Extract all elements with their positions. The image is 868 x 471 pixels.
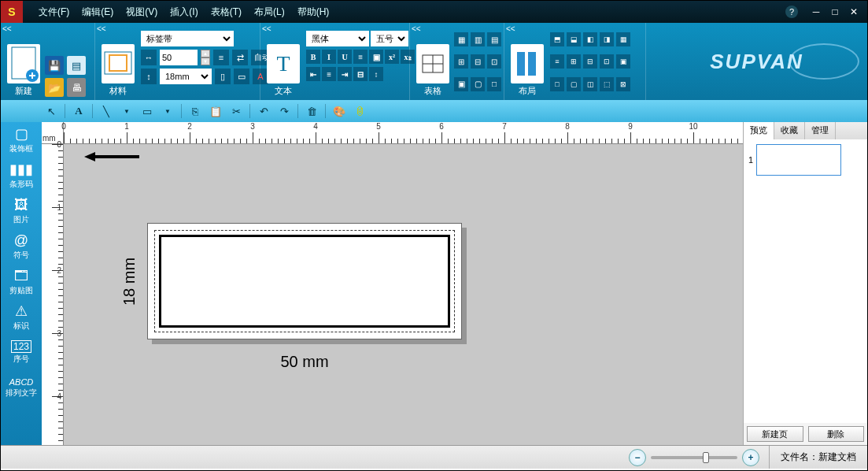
chevron-left-icon[interactable]: << — [412, 24, 421, 33]
material-button[interactable]: 材料 — [102, 26, 135, 97]
link-icon[interactable]: ⇄ — [232, 50, 248, 65]
new-button[interactable]: 新建 — [7, 44, 40, 97]
lay-tool-icon[interactable]: ⊠ — [616, 77, 630, 91]
align-l-button[interactable]: ⇤ — [306, 67, 320, 81]
minimize-button[interactable]: ─ — [809, 6, 823, 18]
lay-tool-icon[interactable]: ⬚ — [600, 77, 614, 91]
tab-favorites[interactable]: 收藏 — [774, 122, 805, 139]
copy-icon[interactable]: ⎘ — [186, 102, 205, 120]
zoom-out-button[interactable]: − — [629, 449, 646, 466]
lay-tool-icon[interactable]: ▣ — [616, 54, 630, 69]
chevron-left-icon[interactable]: << — [506, 24, 515, 33]
sidebar-mark[interactable]: ⚠标识 — [1, 299, 42, 335]
valign-button[interactable]: ⊟ — [353, 67, 368, 81]
delete-page-button[interactable]: 删除 — [808, 426, 865, 442]
delete-icon[interactable]: 🗑 — [302, 102, 321, 120]
lay-tool-icon[interactable]: ⊞ — [567, 54, 581, 69]
close-button[interactable]: ✕ — [847, 6, 861, 18]
lay-tool-icon[interactable]: ⬒ — [550, 32, 564, 46]
tape-type-select[interactable]: 标签带 — [141, 31, 234, 46]
width-down[interactable]: ▼ — [201, 57, 210, 65]
lay-tool-icon[interactable]: ≡ — [550, 54, 564, 69]
dropdown-icon[interactable]: ▼ — [158, 102, 177, 120]
tbl-tool-icon[interactable]: ⊡ — [487, 54, 501, 69]
table-button[interactable]: 表格 — [416, 26, 449, 97]
canvas-area[interactable]: mm 01234567891011 012345 18 mm 50 mm — [42, 122, 743, 445]
page-icon[interactable]: ▤ — [67, 56, 86, 75]
pointer-tool-icon[interactable]: ↖ — [42, 102, 61, 120]
font-size-select[interactable]: 五号 — [371, 31, 408, 46]
rect-tool-icon[interactable]: ▭ — [138, 102, 157, 120]
sidebar-image[interactable]: 🖼图片 — [1, 193, 42, 228]
lay-tool-icon[interactable]: ◧ — [583, 32, 597, 46]
width-input[interactable] — [160, 50, 198, 65]
open-icon[interactable]: 📂 — [45, 78, 64, 97]
zoom-handle[interactable] — [703, 452, 709, 463]
align-c-button[interactable]: ≡ — [322, 67, 336, 81]
super-button[interactable]: x² — [385, 50, 399, 64]
lay-tool-icon[interactable]: ▦ — [616, 32, 630, 46]
spacing-button[interactable]: ↕ — [369, 67, 383, 81]
sidebar-arrange[interactable]: ABCD排列文字 — [1, 370, 42, 406]
lock-icon[interactable]: ≡ — [213, 50, 229, 65]
sidebar-clip[interactable]: 🗔剪贴图 — [1, 264, 42, 299]
cut-icon[interactable]: ✂ — [227, 102, 246, 120]
paste-icon[interactable]: 📋 — [206, 102, 225, 120]
tab-preview[interactable]: 预览 — [744, 122, 774, 139]
menu-edit[interactable]: 编辑(E) — [82, 6, 113, 19]
lay-tool-icon[interactable]: ⬓ — [567, 32, 581, 46]
zoom-in-button[interactable]: + — [742, 449, 759, 466]
undo-icon[interactable]: ↶ — [254, 102, 273, 120]
tbl-tool-icon[interactable]: ▥ — [471, 32, 485, 46]
orient-portrait-icon[interactable]: ▯ — [215, 69, 231, 84]
height-select[interactable]: 18mm — [160, 69, 212, 84]
lay-tool-icon[interactable]: ◫ — [583, 77, 597, 91]
print-icon[interactable]: 🖶 — [67, 78, 86, 97]
tbl-tool-icon[interactable]: ▣ — [454, 77, 468, 91]
palette-icon[interactable]: 🎨 — [330, 102, 349, 120]
text-button[interactable]: T 文本 — [267, 26, 300, 97]
bold-button[interactable]: B — [306, 50, 320, 64]
sidebar-serial[interactable]: 123序号 — [1, 335, 42, 370]
lay-tool-icon[interactable]: ▢ — [567, 77, 581, 91]
tbl-tool-icon[interactable]: ▤ — [487, 32, 501, 46]
frame-button[interactable]: ▣ — [369, 50, 383, 64]
chevron-left-icon[interactable]: << — [97, 24, 106, 33]
db-icon[interactable]: 🛢 — [350, 102, 369, 120]
text-tool-icon[interactable]: A — [69, 102, 88, 120]
tbl-tool-icon[interactable]: ⊞ — [454, 54, 468, 69]
align-r-button[interactable]: ⇥ — [338, 67, 352, 81]
tab-manage[interactable]: 管理 — [805, 122, 836, 139]
italic-button[interactable]: I — [322, 50, 336, 64]
maximize-button[interactable]: □ — [828, 6, 842, 18]
lay-tool-icon[interactable]: ⊟ — [583, 54, 597, 69]
dropdown-icon[interactable]: ▼ — [117, 102, 136, 120]
menu-help[interactable]: 帮助(H) — [297, 6, 330, 19]
lay-tool-icon[interactable]: □ — [550, 77, 564, 91]
lay-tool-icon[interactable]: ⊡ — [600, 54, 614, 69]
layout-button[interactable]: 布局 — [511, 26, 544, 97]
menu-view[interactable]: 视图(V) — [126, 6, 157, 19]
line-tool-icon[interactable]: ╲ — [97, 102, 116, 120]
menu-layout[interactable]: 布局(L) — [254, 6, 285, 19]
sidebar-barcode[interactable]: ▮▮▮条形码 — [1, 158, 42, 193]
save-icon[interactable]: 💾 — [45, 56, 64, 75]
menu-table[interactable]: 表格(T) — [211, 6, 242, 19]
tbl-tool-icon[interactable]: ⊟ — [471, 54, 485, 69]
help-icon[interactable]: ? — [785, 6, 798, 18]
canvas[interactable]: 18 mm 50 mm — [64, 144, 743, 445]
lay-tool-icon[interactable]: ◨ — [600, 32, 614, 46]
tbl-tool-icon[interactable]: ▦ — [454, 32, 468, 46]
orient-landscape-icon[interactable]: ▭ — [234, 69, 249, 84]
label-object[interactable] — [147, 223, 462, 339]
sidebar-symbol[interactable]: @符号 — [1, 228, 42, 264]
font-name-select[interactable]: 黑体 — [306, 31, 369, 46]
chevron-left-icon[interactable]: << — [262, 24, 271, 33]
menu-file[interactable]: 文件(F) — [39, 6, 69, 19]
chevron-left-icon[interactable]: << — [2, 24, 12, 33]
redo-icon[interactable]: ↷ — [275, 102, 294, 120]
sidebar-frame[interactable]: ▢装饰框 — [1, 122, 42, 158]
page-thumbnail-row[interactable]: 1 — [748, 144, 862, 176]
width-up[interactable]: ▲ — [201, 50, 210, 57]
tbl-tool-icon[interactable]: □ — [487, 77, 501, 91]
